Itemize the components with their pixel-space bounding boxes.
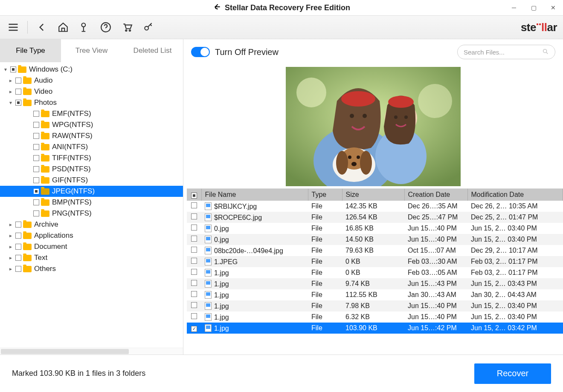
tree-horizontal-scroll[interactable] (0, 348, 183, 355)
folder-icon (41, 155, 49, 161)
table-row[interactable]: 1.jpgFile9.74 KBJun 15…:43 PMJun 15, 2… … (187, 278, 563, 289)
tree-item[interactable]: ▾Windows (C:) (0, 64, 183, 75)
tree-item[interactable]: JPEG(NTFS) (0, 186, 183, 197)
row-checkbox[interactable] (191, 202, 197, 208)
tree-item[interactable]: ▾Photos (0, 97, 183, 108)
row-checkbox[interactable] (191, 313, 197, 319)
table-row[interactable]: 1.jpgFile0 KBFeb 03…:05 AMFeb 03, 2… 01:… (187, 267, 563, 278)
table-row[interactable]: 08bc20de-…049e4.jpgFile79.63 KBOct 15…:0… (187, 245, 563, 256)
tree-checkbox[interactable] (33, 188, 39, 194)
tree-item[interactable]: GIF(NTFS) (0, 175, 183, 186)
tree-item[interactable]: PSD(NTFS) (0, 164, 183, 175)
tree-item[interactable]: ▸Audio (0, 75, 183, 86)
row-checkbox[interactable] (191, 280, 197, 286)
row-checkbox[interactable] (191, 302, 197, 308)
title-bar: Stellar Data Recovery Free Edition ─ ▢ ✕ (0, 0, 563, 15)
tree-checkbox[interactable] (33, 155, 39, 161)
scan-icon[interactable] (77, 20, 92, 35)
preview-toggle[interactable] (191, 47, 210, 57)
tree-checkbox[interactable] (15, 233, 21, 239)
tree-checkbox[interactable] (33, 177, 39, 183)
minimize-icon[interactable]: ─ (504, 0, 524, 15)
row-checkbox[interactable] (191, 291, 197, 297)
table-row[interactable]: 0.jpgFile16.85 KBJun 15…:40 PMJun 15, 2…… (187, 223, 563, 234)
file-icon (205, 236, 212, 243)
tree-checkbox[interactable] (10, 66, 16, 72)
tree-item[interactable]: ▸Archive (0, 219, 183, 230)
back-arrow-icon[interactable] (213, 3, 221, 13)
tree-checkbox[interactable] (33, 111, 39, 117)
search-icon (542, 48, 549, 56)
tree-checkbox[interactable] (15, 244, 21, 250)
svg-point-11 (341, 91, 375, 107)
tree-checkbox[interactable] (15, 266, 21, 272)
tree-item[interactable]: TIFF(NTFS) (0, 153, 183, 164)
key-icon[interactable] (141, 20, 156, 35)
tree-checkbox[interactable] (33, 199, 39, 205)
tab-tree-view[interactable]: Tree View (61, 39, 122, 62)
col-filename[interactable]: File Name (201, 189, 308, 201)
file-icon (205, 324, 212, 332)
tree-item[interactable]: ▸Video (0, 86, 183, 97)
tree-checkbox[interactable] (15, 222, 21, 228)
tree-checkbox[interactable] (33, 144, 39, 150)
tree-item[interactable]: ANI(NTFS) (0, 141, 183, 153)
tree-item[interactable]: ▸Document (0, 241, 183, 252)
tree-checkbox[interactable] (33, 210, 39, 216)
row-checkbox[interactable] (191, 225, 197, 231)
table-row[interactable]: $ROCPE6C.jpgFile126.54 KBDec 25…:47 PMDe… (187, 212, 563, 223)
tree-item[interactable]: EMF(NTFS) (0, 108, 183, 119)
recover-button[interactable]: Recover (474, 363, 551, 384)
home-icon[interactable] (56, 20, 70, 35)
col-modification-date[interactable]: Modification Date (467, 189, 563, 201)
table-row[interactable]: 1.jpgFile112.55 KBJan 30…:43 AMJan 30, 2… (187, 289, 563, 300)
cart-icon[interactable] (120, 20, 134, 35)
tree-checkbox[interactable] (15, 89, 21, 95)
close-icon[interactable]: ✕ (543, 0, 563, 15)
tree-item[interactable]: ▸Others (0, 263, 183, 274)
row-checkbox[interactable] (191, 236, 197, 242)
col-size[interactable]: Size (342, 189, 404, 201)
hamburger-icon[interactable] (6, 20, 20, 35)
search-input[interactable]: Search Files... (457, 45, 555, 59)
svg-point-0 (82, 23, 86, 27)
tab-file-type[interactable]: File Type (0, 39, 61, 62)
row-checkbox[interactable] (191, 258, 197, 264)
tree-item[interactable]: BMP(NTFS) (0, 197, 183, 208)
col-creation-date[interactable]: Creation Date (404, 189, 467, 201)
tree-item[interactable]: ▸Applications (0, 230, 183, 241)
tree-checkbox[interactable] (15, 78, 21, 84)
header-checkbox[interactable] (191, 193, 197, 199)
tree-item[interactable]: WPG(NTFS) (0, 119, 183, 130)
folder-icon (23, 255, 32, 261)
back-icon[interactable] (35, 20, 49, 35)
tree-item[interactable]: ▸Text (0, 252, 183, 263)
row-checkbox[interactable] (191, 326, 197, 332)
tree-checkbox[interactable] (33, 122, 39, 128)
tab-deleted-list[interactable]: Deleted List (122, 39, 183, 62)
tree-item[interactable]: RAW(NTFS) (0, 130, 183, 141)
tree-checkbox[interactable] (15, 255, 21, 261)
sidebar-tabs: File Type Tree View Deleted List (0, 39, 183, 62)
row-checkbox[interactable] (191, 269, 197, 275)
help-icon[interactable] (99, 20, 113, 35)
table-row[interactable]: 1.JPEGFile0 KBFeb 03…:30 AMFeb 03, 2… 01… (187, 256, 563, 267)
col-type[interactable]: Type (308, 189, 342, 201)
table-row[interactable]: 1.jpgFile103.90 KBJun 15…:42 PMJun 15, 2… (187, 323, 563, 334)
file-tree[interactable]: ▾Windows (C:)▸Audio▸Video▾PhotosEMF(NTFS… (0, 62, 183, 348)
tree-label: BMP(NTFS) (52, 198, 92, 207)
maximize-icon[interactable]: ▢ (524, 0, 543, 15)
tree-item[interactable]: PNG(NTFS) (0, 208, 183, 219)
table-row[interactable]: $RBIJKCY.jpgFile142.35 KBDec 26…:35 AMDe… (187, 201, 563, 212)
folder-icon (23, 266, 32, 272)
table-row[interactable]: 1.jpgFile6.32 KBJun 15…:40 PMJun 15, 2… … (187, 311, 563, 323)
tree-label: RAW(NTFS) (52, 132, 93, 140)
tree-checkbox[interactable] (15, 100, 21, 106)
row-checkbox[interactable] (191, 213, 197, 219)
tree-checkbox[interactable] (33, 166, 39, 172)
file-table[interactable]: File Name Type Size Creation Date Modifi… (187, 188, 563, 355)
table-row[interactable]: 1.jpgFile7.98 KBJun 15…:40 PMJun 15, 2… … (187, 300, 563, 311)
row-checkbox[interactable] (191, 247, 197, 253)
table-row[interactable]: 0.jpgFile14.50 KBJun 15…:40 PMJun 15, 2…… (187, 234, 563, 245)
tree-checkbox[interactable] (33, 133, 39, 139)
